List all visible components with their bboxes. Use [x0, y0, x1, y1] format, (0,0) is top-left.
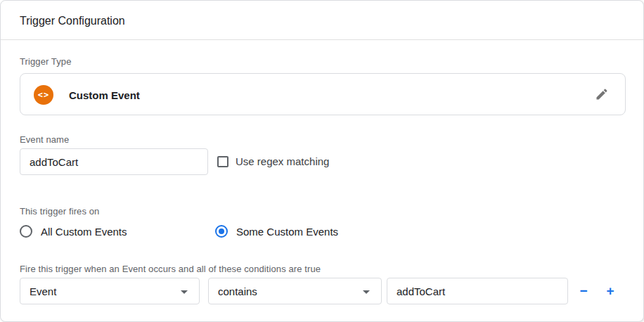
fires-on-options: All Custom Events Some Custom Events [20, 225, 624, 240]
trigger-configuration-panel: Trigger Configuration Trigger Type <> Cu… [0, 0, 644, 322]
condition-row: Event contains − + [1, 278, 643, 304]
regex-matching-label: Use regex matching [236, 155, 329, 167]
radio-all-custom-events[interactable]: All Custom Events [20, 225, 127, 238]
condition-variable-value: Event [30, 285, 56, 297]
radio-icon [215, 225, 228, 238]
conditions-label: Fire this trigger when an Event occurs a… [20, 264, 321, 274]
event-name-label: Event name [20, 134, 69, 145]
fires-on-label: This trigger fires on [20, 206, 99, 217]
trigger-type-value: Custom Event [69, 89, 140, 101]
regex-matching-option[interactable]: Use regex matching [217, 155, 329, 167]
condition-value-input[interactable] [387, 278, 568, 304]
edit-trigger-type-button[interactable] [588, 81, 616, 109]
trigger-type-card: <> Custom Event [20, 73, 626, 115]
add-condition-button[interactable]: + [600, 281, 621, 302]
trigger-type-label: Trigger Type [20, 56, 71, 67]
page-title: Trigger Configuration [20, 15, 125, 27]
condition-operator-value: contains [218, 285, 257, 297]
condition-operator-select[interactable]: contains [208, 278, 382, 304]
custom-event-icon: <> [34, 85, 53, 105]
remove-condition-button[interactable]: − [573, 281, 594, 302]
checkbox-icon [217, 156, 228, 167]
pencil-icon [595, 87, 609, 103]
radio-some-custom-events[interactable]: Some Custom Events [215, 225, 338, 238]
panel-header: Trigger Configuration [1, 1, 643, 40]
condition-variable-select[interactable]: Event [20, 278, 200, 304]
radio-icon [20, 225, 32, 238]
event-name-input[interactable] [20, 148, 208, 175]
